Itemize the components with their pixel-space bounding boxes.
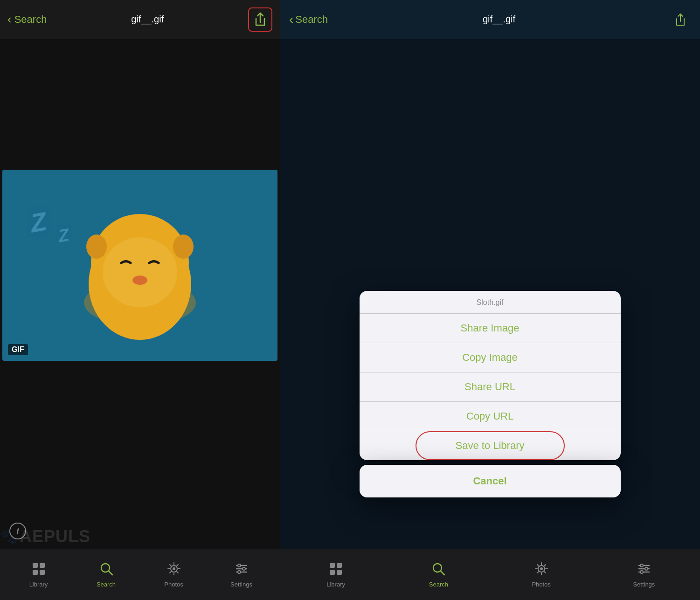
photos-icon	[167, 562, 181, 579]
right-panel: ‹ Search gif__.gif Sloth.gif Share Image	[280, 0, 700, 600]
left-nav-library[interactable]: Library	[20, 562, 57, 588]
left-search-label: Search	[97, 581, 116, 588]
left-bottom-nav: Library Search Photos	[0, 549, 280, 600]
svg-point-33	[645, 567, 648, 570]
right-back-label: Search	[295, 14, 328, 26]
action-sheet-cancel-card: Cancel	[360, 465, 621, 497]
right-nav-settings[interactable]: Settings	[625, 562, 663, 588]
svg-point-14	[173, 567, 175, 570]
right-library-icon	[329, 562, 343, 579]
svg-point-28	[540, 567, 543, 570]
save-to-library-button[interactable]: Save to Library	[360, 431, 621, 460]
action-sheet: Sloth.gif Share Image Copy Image Share U…	[360, 291, 621, 497]
copy-url-button[interactable]: Copy URL	[360, 402, 621, 431]
right-share-icon	[675, 13, 686, 26]
left-share-button[interactable]	[248, 7, 272, 32]
svg-point-18	[238, 564, 241, 567]
right-chevron-icon: ‹	[289, 12, 293, 27]
left-settings-label: Settings	[230, 581, 252, 588]
right-search-label: Search	[429, 581, 448, 588]
svg-line-26	[441, 571, 444, 575]
right-back-button[interactable]: ‹ Search	[289, 12, 328, 27]
share-url-button[interactable]: Share URL	[360, 372, 621, 402]
right-search-icon	[431, 562, 445, 579]
z-letter-1: Z	[28, 206, 49, 239]
svg-rect-8	[40, 563, 45, 568]
right-library-label: Library	[326, 581, 345, 588]
library-icon	[32, 562, 46, 579]
right-settings-label: Settings	[633, 581, 655, 588]
settings-icon	[235, 562, 249, 579]
right-header: ‹ Search gif__.gif	[280, 0, 700, 39]
watermark-text: AEPULS	[20, 527, 90, 546]
svg-rect-9	[33, 570, 38, 575]
share-icon	[254, 12, 267, 27]
svg-line-12	[109, 571, 112, 575]
svg-point-34	[640, 571, 643, 573]
gif-image-area: Z Z	[2, 170, 277, 361]
share-image-button[interactable]: Share Image	[360, 314, 621, 343]
copy-image-button[interactable]: Copy Image	[360, 343, 621, 372]
svg-point-3	[103, 237, 177, 307]
right-nav-library[interactable]: Library	[317, 562, 354, 588]
right-filename: gif__.gif	[328, 14, 670, 25]
svg-point-19	[243, 567, 245, 570]
svg-point-4	[132, 276, 147, 285]
right-settings-icon	[637, 562, 651, 579]
left-nav-search[interactable]: Search	[88, 562, 125, 588]
svg-point-20	[238, 571, 241, 573]
right-share-button[interactable]	[670, 9, 691, 30]
action-sheet-main-card: Sloth.gif Share Image Copy Image Share U…	[360, 291, 621, 460]
left-header: ‹ Search gif__.gif	[0, 0, 280, 39]
left-back-button[interactable]: ‹ Search	[7, 12, 47, 27]
cancel-button[interactable]: Cancel	[360, 465, 621, 497]
dark-top-area	[0, 39, 280, 170]
svg-rect-24	[337, 570, 342, 575]
right-photos-label: Photos	[532, 581, 550, 588]
svg-rect-10	[40, 570, 45, 575]
right-content: Sloth.gif Share Image Copy Image Share U…	[280, 39, 700, 549]
svg-rect-22	[337, 563, 342, 568]
svg-point-6	[173, 234, 194, 259]
right-bottom-nav: Library Search Photos	[280, 549, 700, 600]
svg-rect-21	[330, 563, 335, 568]
gif-badge: GIF	[8, 344, 28, 355]
left-nav-photos[interactable]: Photos	[155, 562, 193, 588]
chevron-left-icon: ‹	[7, 12, 12, 27]
svg-point-32	[640, 564, 643, 567]
svg-rect-23	[330, 570, 335, 575]
left-nav-settings[interactable]: Settings	[223, 562, 260, 588]
right-nav-search[interactable]: Search	[420, 562, 457, 588]
svg-rect-7	[33, 563, 38, 568]
action-sheet-title: Sloth.gif	[360, 291, 621, 314]
left-back-label: Search	[14, 14, 47, 26]
right-nav-photos[interactable]: Photos	[523, 562, 560, 588]
watermark: 🐾 AEPULS	[0, 527, 90, 546]
left-panel: ‹ Search gif__.gif Z Z	[0, 0, 280, 600]
left-library-label: Library	[29, 581, 48, 588]
left-content: Z Z	[0, 39, 280, 549]
sloth-illustration	[58, 191, 222, 340]
right-photos-icon	[534, 562, 548, 579]
left-filename: gif__.gif	[75, 14, 220, 25]
svg-point-5	[86, 234, 107, 259]
left-photos-label: Photos	[164, 581, 183, 588]
search-icon	[99, 562, 113, 579]
